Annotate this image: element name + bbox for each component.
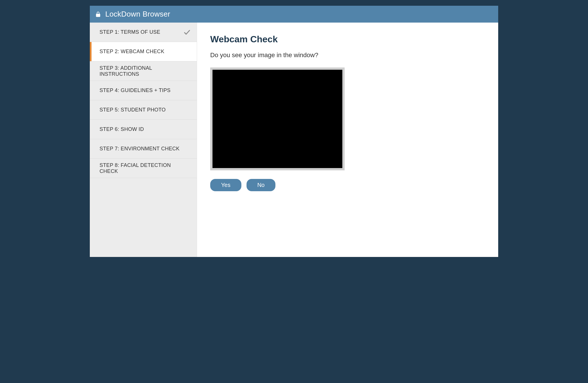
app-body: STEP 1: TERMS OF USESTEP 2: WEBCAM CHECK… [90, 23, 498, 257]
button-row: Yes No [210, 179, 485, 191]
check-icon [183, 125, 191, 133]
webcam-preview [210, 67, 345, 170]
sidebar-step-label: STEP 5: STUDENT PHOTO [100, 107, 183, 113]
sidebar-step-3[interactable]: STEP 3: ADDITIONAL INSTRUCTIONS [90, 61, 197, 81]
sidebar-step-label: STEP 2: WEBCAM CHECK [100, 49, 183, 55]
sidebar-step-2[interactable]: STEP 2: WEBCAM CHECK [90, 42, 197, 61]
check-icon [183, 164, 191, 172]
sidebar-step-label: STEP 6: SHOW ID [100, 126, 183, 132]
sidebar-step-5[interactable]: STEP 5: STUDENT PHOTO [90, 100, 197, 120]
sidebar: STEP 1: TERMS OF USESTEP 2: WEBCAM CHECK… [90, 23, 197, 257]
titlebar: LockDown Browser [90, 6, 498, 23]
app-window: LockDown Browser STEP 1: TERMS OF USESTE… [90, 6, 498, 257]
no-button[interactable]: No [247, 179, 276, 191]
sidebar-step-7[interactable]: STEP 7: ENVIRONMENT CHECK [90, 139, 197, 159]
check-icon [183, 67, 191, 75]
check-icon [183, 145, 191, 153]
sidebar-step-8[interactable]: STEP 8: FACIAL DETECTION CHECK [90, 159, 197, 178]
prompt-text: Do you see your image in the window? [210, 51, 485, 59]
check-icon [183, 28, 191, 36]
check-icon [183, 48, 191, 56]
sidebar-step-label: STEP 4: GUIDELINES + TIPS [100, 87, 183, 93]
sidebar-step-label: STEP 1: TERMS OF USE [100, 29, 183, 35]
sidebar-step-4[interactable]: STEP 4: GUIDELINES + TIPS [90, 81, 197, 100]
main-panel: Webcam Check Do you see your image in th… [197, 23, 498, 257]
check-icon [183, 106, 191, 114]
sidebar-step-6[interactable]: STEP 6: SHOW ID [90, 120, 197, 139]
lock-icon [95, 11, 101, 17]
page-heading: Webcam Check [210, 34, 485, 45]
check-icon [183, 87, 191, 95]
sidebar-step-label: STEP 7: ENVIRONMENT CHECK [100, 146, 183, 152]
sidebar-step-1[interactable]: STEP 1: TERMS OF USE [90, 23, 197, 42]
app-title: LockDown Browser [105, 10, 170, 19]
sidebar-step-label: STEP 3: ADDITIONAL INSTRUCTIONS [100, 65, 183, 77]
yes-button[interactable]: Yes [210, 179, 241, 191]
sidebar-step-label: STEP 8: FACIAL DETECTION CHECK [100, 162, 183, 174]
